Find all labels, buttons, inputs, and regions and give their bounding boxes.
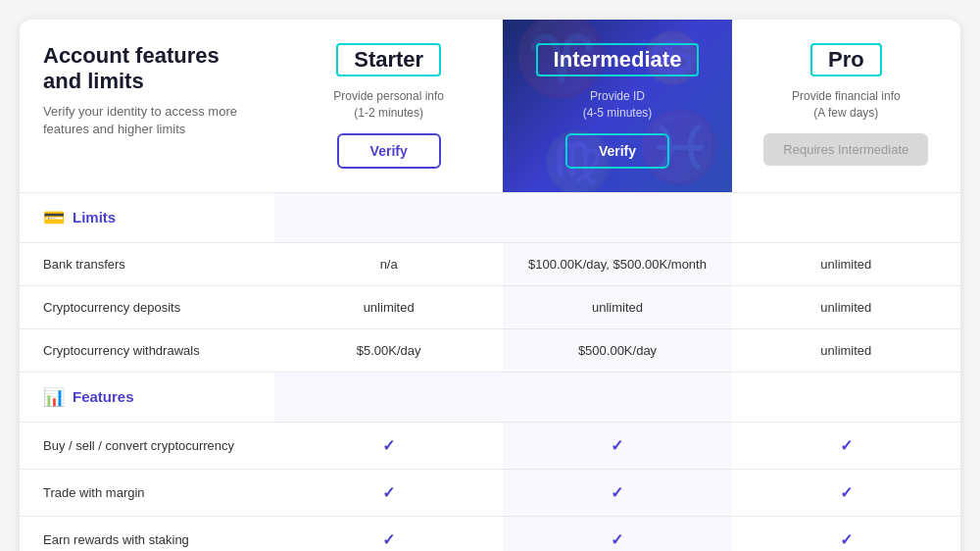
- crypto-withdrawals-intermediate: $500.00K/day: [503, 329, 731, 372]
- staking-starter: ✓: [274, 517, 503, 551]
- check-icon: ✓: [382, 530, 395, 549]
- features-col-intermediate: [503, 373, 731, 422]
- limits-section-header: 💳 Limits: [20, 193, 960, 243]
- crypto-withdrawals-starter: $5.00K/day: [274, 329, 503, 372]
- check-icon: ✓: [840, 483, 853, 502]
- limits-col-pro: [732, 193, 960, 242]
- check-icon: ✓: [611, 483, 623, 502]
- bank-transfers-starter: n/a: [274, 243, 503, 285]
- staking-intermediate: ✓: [503, 517, 731, 551]
- features-col-pro: [732, 373, 960, 422]
- check-icon: ✓: [840, 530, 853, 549]
- starter-tier-desc: Provide personal info (1-2 minutes): [290, 88, 487, 122]
- trade-margin-row: Trade with margin ✓ ✓ ✓: [20, 470, 960, 517]
- staking-row: Earn rewards with staking ✓ ✓ ✓: [20, 517, 960, 551]
- pro-tier-name: Pro: [810, 43, 882, 76]
- pricing-card: Account features and limits Verify your …: [20, 20, 960, 551]
- crypto-withdrawals-row: Cryptocurrency withdrawals $5.00K/day $5…: [20, 329, 960, 373]
- trade-margin-starter: ✓: [274, 470, 503, 516]
- buy-sell-starter: ✓: [274, 423, 503, 469]
- check-icon: ✓: [840, 436, 853, 455]
- crypto-deposits-row: Cryptocurrency deposits unlimited unlimi…: [20, 286, 960, 329]
- features-label: 📊 Features: [20, 373, 274, 422]
- intermediate-header-cell: ♈ ♋ ♍ ♓ Intermediate Provide ID (4-5 min…: [503, 20, 731, 192]
- crypto-deposits-starter: unlimited: [274, 286, 503, 328]
- bank-transfers-intermediate: $100.00K/day, $500.00K/month: [503, 243, 731, 285]
- check-icon: ✓: [611, 530, 623, 549]
- limits-label: 💳 Limits: [20, 193, 274, 242]
- buy-sell-row: Buy / sell / convert cryptocurrency ✓ ✓ …: [20, 423, 960, 470]
- buy-sell-pro: ✓: [732, 423, 960, 469]
- staking-pro: ✓: [732, 517, 960, 551]
- starter-tier-name: Starter: [336, 43, 441, 76]
- pro-requires-button: Requires Intermediate: [763, 133, 928, 166]
- crypto-withdrawals-label: Cryptocurrency withdrawals: [20, 329, 274, 372]
- crypto-deposits-intermediate: unlimited: [503, 286, 731, 328]
- check-icon: ✓: [611, 436, 623, 455]
- features-icon: 📊: [43, 386, 65, 408]
- bank-transfers-row: Bank transfers n/a $100.00K/day, $500.00…: [20, 243, 960, 286]
- page-title: Account features and limits: [43, 43, 251, 95]
- bank-transfers-label: Bank transfers: [20, 243, 274, 285]
- crypto-deposits-pro: unlimited: [732, 286, 960, 328]
- crypto-withdrawals-pro: unlimited: [732, 329, 960, 372]
- trade-margin-pro: ✓: [732, 470, 960, 516]
- staking-label: Earn rewards with staking: [20, 517, 274, 551]
- starter-verify-button[interactable]: Verify: [337, 133, 441, 169]
- intermediate-tier-desc: Provide ID (4-5 minutes): [518, 88, 715, 122]
- page-subtitle: Verify your identity to access more feat…: [43, 103, 251, 138]
- buy-sell-intermediate: ✓: [503, 423, 731, 469]
- pro-header-cell: Pro Provide financial info (A few days) …: [732, 20, 960, 192]
- buy-sell-label: Buy / sell / convert cryptocurrency: [20, 423, 274, 469]
- features-section-header: 📊 Features: [20, 373, 960, 423]
- page-header-cell: Account features and limits Verify your …: [20, 20, 274, 192]
- limits-icon: 💳: [43, 207, 65, 228]
- intermediate-tier-name: Intermediate: [536, 43, 700, 76]
- trade-margin-intermediate: ✓: [503, 470, 731, 516]
- bank-transfers-pro: unlimited: [732, 243, 960, 285]
- pro-tier-desc: Provide financial info (A few days): [748, 88, 945, 122]
- limits-col-starter: [274, 193, 503, 242]
- check-icon: ✓: [382, 436, 395, 455]
- crypto-deposits-label: Cryptocurrency deposits: [20, 286, 274, 328]
- trade-margin-label: Trade with margin: [20, 470, 274, 516]
- check-icon: ✓: [382, 483, 395, 502]
- features-col-starter: [274, 373, 503, 422]
- header-row: Account features and limits Verify your …: [20, 20, 960, 193]
- limits-col-intermediate: [503, 193, 731, 242]
- intermediate-verify-button[interactable]: Verify: [565, 133, 669, 169]
- starter-header-cell: Starter Provide personal info (1-2 minut…: [274, 20, 503, 192]
